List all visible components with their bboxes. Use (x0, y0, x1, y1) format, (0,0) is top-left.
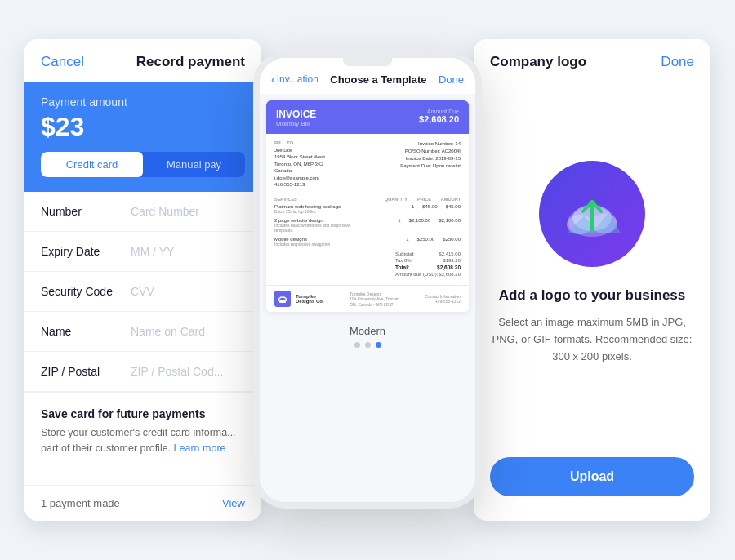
amount-col-header: AMOUNT (441, 197, 461, 202)
line-2-qty: 1 (398, 218, 400, 223)
back-label: Inv...ation (277, 73, 318, 85)
security-code-field[interactable]: Security Code CVV (24, 272, 261, 312)
invoice-table-header: SERVICES QUANTITY PRICE AMOUNT (274, 197, 461, 202)
security-code-input[interactable]: CVV (131, 285, 154, 298)
expiry-date-field[interactable]: Expiry Date MM / YY (24, 232, 261, 272)
save-card-desc: Store your customer's credit card inform… (41, 425, 245, 456)
zip-label: ZIP / Postal (41, 365, 131, 378)
line-item-2: 2 page website design Includes basic wir… (274, 218, 461, 233)
total-row: Total: $2,608.20 (395, 264, 461, 270)
amount-due-footer-label: Amount due (USD): (395, 272, 438, 277)
bill-name: Joe Doe (274, 147, 325, 153)
company-name: TurnpikeDesigns Co. (296, 294, 324, 304)
bill-addr: 1954 Bloor Street WestToronto, ON, M6P 3… (274, 153, 325, 174)
phone-outer: ‹ Inv...ation Choose a Template Done INV… (253, 51, 482, 509)
security-code-label: Security Code (41, 285, 131, 298)
dot-2[interactable] (365, 342, 371, 348)
company-logo-panel: Company logo Done Add a logo to yo (474, 39, 710, 521)
upload-button[interactable]: Upload (490, 457, 694, 496)
expiry-date-label: Expiry Date (41, 245, 131, 258)
manual-pay-tab[interactable]: Manual pay (143, 152, 245, 177)
upload-button-container: Upload (474, 444, 710, 521)
phone-screen: ‹ Inv...ation Choose a Template Done INV… (260, 58, 475, 502)
bill-to-label: BILL TO (274, 140, 325, 145)
left-panel-footer: 1 payment made View (24, 485, 261, 521)
line-2-price: $2,100.00 (409, 218, 431, 223)
card-number-label: Number (41, 205, 131, 218)
chevron-left-icon: ‹ (271, 73, 275, 86)
expiry-date-input[interactable]: MM / YY (131, 245, 174, 258)
subtotal-value: $2,415.00 (439, 251, 461, 256)
payment-due-row: Payment Due: Upon receipt (400, 162, 461, 170)
phone-device: ‹ Inv...ation Choose a Template Done INV… (253, 51, 482, 509)
view-link[interactable]: View (222, 497, 245, 509)
cancel-button[interactable]: Cancel (41, 54, 84, 70)
invoice-subtitle: Monthly Bill (276, 120, 316, 127)
name-label: Name (41, 325, 131, 338)
record-payment-panel: Cancel Record payment Payment amount $23… (24, 39, 261, 521)
card-number-input[interactable]: Card Number (131, 205, 199, 218)
invoice-date-row: Invoice Date: 2019-09-15 (400, 155, 461, 162)
back-navigation[interactable]: ‹ Inv...ation (271, 73, 318, 86)
line-1-amount: $45.00 (446, 204, 461, 209)
right-panel-header: Company logo Done (474, 39, 710, 82)
company-logo-icon (277, 293, 288, 304)
credit-card-tab[interactable]: Credit card (41, 152, 143, 177)
payment-method-tabs: Credit card Manual pay (41, 152, 245, 177)
template-dots (260, 342, 475, 356)
name-field[interactable]: Name Name on Card (24, 312, 261, 352)
card-number-field[interactable]: Number Card Number (24, 192, 261, 232)
tax-label: Tax 8%: (395, 258, 412, 263)
name-input[interactable]: Name on Card (131, 325, 205, 338)
line-item-1: Platinum web hosting package Dsize 25mb,… (274, 204, 461, 215)
template-title: Choose a Template (330, 73, 426, 86)
divider (274, 193, 461, 193)
amount-due-footer-value: $2,608.20 (439, 272, 461, 277)
payment-amount-value: $23 (41, 112, 245, 142)
amount-due-footer-row: Amount due (USD): $2,608.20 (395, 272, 461, 277)
price-col-header: PRICE (417, 197, 431, 202)
logo-upload-area: Add a logo to your business Select an im… (474, 82, 710, 444)
bill-contact: j.doe@example.com416-555-1213 (274, 175, 325, 189)
line-3-price: $250.00 (417, 237, 435, 242)
total-value: $2,608.20 (437, 264, 461, 270)
payment-amount-section: Payment amount $23 Credit card Manual pa… (24, 82, 261, 192)
services-col-header: SERVICES (274, 197, 297, 202)
line-item-3: Mobile designs Includes responsive navig… (274, 237, 461, 247)
invoice-title: INVOICE (276, 109, 316, 120)
record-payment-title: Record payment (136, 54, 245, 70)
save-card-title: Save card for future payments (41, 407, 245, 420)
line-1-price: $45.00 (422, 204, 437, 209)
payment-amount-label: Payment amount (41, 96, 245, 109)
dot-1[interactable] (354, 342, 360, 348)
invoice-bill-section: BILL TO Joe Doe 1954 Bloor Street WestTo… (274, 140, 461, 188)
line-2-desc: Includes basic wireframes and responsive… (274, 223, 356, 233)
save-card-section: Save card for future payments Store your… (24, 392, 261, 469)
right-done-button[interactable]: Done (661, 54, 694, 70)
learn-more-link[interactable]: Learn more (174, 442, 226, 454)
line-3-qty: 1 (406, 237, 408, 242)
payment-count: 1 payment made (41, 497, 120, 509)
company-info-block: TurnpikeDesigns Co. (274, 291, 324, 307)
line-3-amount: $250.00 (443, 237, 461, 242)
invoice-preview: INVOICE Monthly Bill Amount Due $2,608.2… (266, 100, 469, 312)
tax-row: Tax 8%: $193.20 (395, 258, 461, 263)
amount-due-label: Amount Due (419, 109, 459, 114)
invoice-totals: Subtotal: $2,415.00 Tax 8%: $193.20 Tota… (274, 251, 461, 278)
company-address: Turnpike Designs19a University Ave, Toro… (350, 291, 399, 308)
line-2-amount: $2,100.00 (439, 218, 461, 223)
invoice-title-block: INVOICE Monthly Bill (276, 109, 316, 127)
zip-input[interactable]: ZIP / Postal Cod... (131, 365, 223, 378)
logo-icon-container (539, 161, 645, 267)
dot-3-active[interactable] (376, 342, 381, 348)
qty-col-header: QUANTITY (385, 197, 408, 202)
template-name: Modern (260, 318, 475, 342)
po-row: PO/SO Number: AC2004I (400, 148, 461, 155)
invoice-number-row: Invoice Number: 14 (400, 140, 461, 148)
zip-postal-field[interactable]: ZIP / Postal ZIP / Postal Cod... (24, 352, 261, 392)
subtotal-label: Subtotal: (395, 251, 415, 256)
invoice-footer: TurnpikeDesigns Co. Turnpike Designs19a … (266, 285, 469, 312)
template-done-button[interactable]: Done (439, 73, 464, 86)
line-1-qty: 1 (412, 204, 414, 209)
invoice-header: INVOICE Monthly Bill Amount Due $2,608.2… (266, 100, 469, 134)
